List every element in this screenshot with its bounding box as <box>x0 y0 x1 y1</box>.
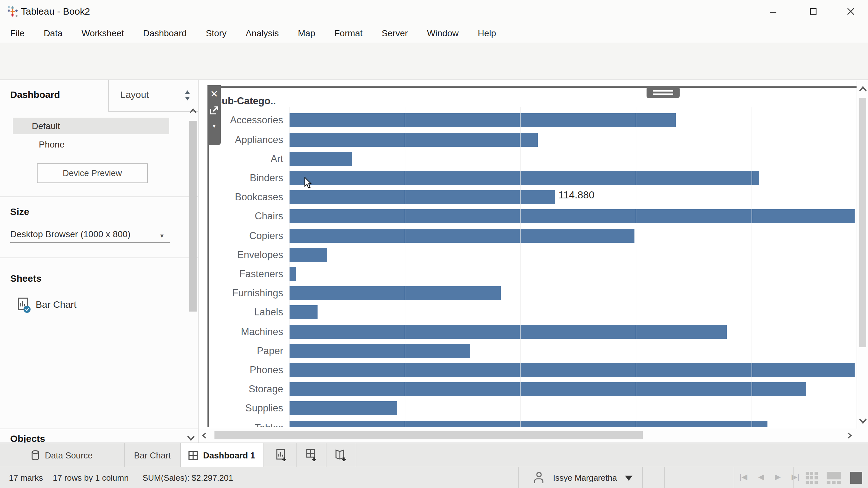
aggregate-value: SUM(Sales): $2.297.201 <box>143 473 233 483</box>
axis-line <box>289 107 289 427</box>
new-dashboard-tab-button[interactable] <box>297 443 327 467</box>
panel-scroll-up-icon[interactable] <box>190 108 197 114</box>
bar-mark[interactable] <box>289 325 726 338</box>
category-label[interactable]: Fasteners <box>210 264 283 284</box>
panel-scrollbar-thumb[interactable] <box>189 121 197 312</box>
bar-mark[interactable] <box>289 171 759 185</box>
category-label[interactable]: Binders <box>210 168 283 188</box>
category-label[interactable]: Chairs <box>210 207 283 226</box>
size-selector-caret-icon[interactable]: ▼ <box>159 233 165 239</box>
grid-view-icon[interactable] <box>806 472 818 484</box>
menu-map[interactable]: Map <box>298 28 315 38</box>
tab-data-source-label: Data Source <box>45 451 93 460</box>
category-label[interactable]: Machines <box>210 322 283 341</box>
menu-story[interactable]: Story <box>206 28 226 38</box>
bar-mark[interactable] <box>289 363 855 377</box>
category-label[interactable]: Bookcases <box>210 188 283 207</box>
dashboard-horizontal-scrollbar[interactable] <box>198 428 868 443</box>
tab-layout[interactable]: Layout <box>108 80 198 112</box>
user-menu-caret-icon[interactable] <box>625 476 632 481</box>
category-label[interactable]: Art <box>210 150 283 168</box>
horizontal-scrollbar-thumb[interactable] <box>214 431 643 440</box>
sheet-used-check-icon <box>24 306 31 313</box>
bar-mark[interactable] <box>289 152 351 166</box>
collapse-expand-icon[interactable] <box>184 90 191 100</box>
object-drag-handle[interactable] <box>647 87 680 98</box>
go-to-sheet-icon[interactable] <box>210 106 218 115</box>
category-label[interactable]: Furnishings <box>210 284 283 303</box>
gridline <box>404 107 405 427</box>
bar-mark[interactable] <box>289 133 538 147</box>
scroll-down-icon[interactable] <box>859 418 867 424</box>
bar-mark[interactable] <box>289 190 555 204</box>
scroll-up-icon[interactable] <box>859 86 867 92</box>
filmstrip-view-icon[interactable] <box>827 472 841 484</box>
menu-worksheet[interactable]: Worksheet <box>82 28 124 38</box>
scroll-right-icon[interactable] <box>847 432 852 440</box>
menu-file[interactable]: File <box>10 28 25 38</box>
device-item-phone[interactable]: Phone <box>13 136 169 153</box>
menu-server[interactable]: Server <box>381 28 408 38</box>
size-selector[interactable]: Desktop Browser (1000 x 800) <box>10 229 130 239</box>
device-preview-button[interactable]: Device Preview <box>37 163 148 183</box>
scroll-left-icon[interactable] <box>202 432 207 440</box>
bar-mark[interactable] <box>289 401 397 416</box>
nav-previous-icon: ◀ <box>758 473 764 481</box>
category-label[interactable]: Appliances <box>210 130 283 149</box>
user-name[interactable]: Issye Margaretha <box>553 473 617 483</box>
gridline <box>520 107 521 427</box>
bar-mark[interactable] <box>289 287 501 300</box>
device-item-default-label: Default <box>13 121 60 131</box>
new-story-tab-button[interactable] <box>327 443 356 467</box>
minimize-button[interactable] <box>758 0 788 23</box>
category-label[interactable]: Storage <box>210 380 283 399</box>
category-label[interactable]: Envelopes <box>210 246 283 264</box>
bar-mark[interactable] <box>289 305 318 320</box>
bar-mark[interactable] <box>289 229 635 242</box>
menu-dashboard[interactable]: Dashboard <box>143 28 187 38</box>
device-item-default[interactable]: Default <box>13 118 169 134</box>
sheet-list-item-bar-chart[interactable]: Bar Chart <box>18 298 76 310</box>
single-view-icon[interactable] <box>850 472 862 484</box>
category-label[interactable]: Tables <box>210 418 283 427</box>
maximize-button[interactable] <box>799 0 828 23</box>
category-label[interactable]: Labels <box>210 303 283 322</box>
bar-mark[interactable] <box>289 209 855 224</box>
category-label[interactable]: Accessories <box>210 111 283 130</box>
category-label[interactable]: Supplies <box>210 399 283 418</box>
dashboard-vertical-scrollbar[interactable] <box>857 82 868 428</box>
remove-object-icon[interactable]: ✕ <box>210 89 218 99</box>
menu-window[interactable]: Window <box>427 28 459 38</box>
menu-bar: File Data Worksheet Dashboard Story Anal… <box>0 23 868 42</box>
object-menu-icon[interactable]: ▼ <box>212 123 217 129</box>
tab-dashboard-1[interactable]: Dashboard 1 <box>181 443 264 467</box>
category-label[interactable]: Paper <box>210 341 283 360</box>
tab-dashboard[interactable]: Dashboard <box>10 89 60 100</box>
bar-mark[interactable] <box>289 344 470 358</box>
tab-bar-chart[interactable]: Bar Chart <box>125 443 181 467</box>
bar-mark[interactable] <box>289 267 296 281</box>
bar-mark[interactable] <box>289 113 676 128</box>
bar-mark[interactable] <box>289 421 768 427</box>
chart-row: Storage <box>210 380 855 399</box>
category-label[interactable]: Phones <box>210 360 283 380</box>
object-toolbar: ✕ ▼ <box>208 85 221 145</box>
status-separator <box>518 467 519 488</box>
bar-mark[interactable] <box>289 383 807 396</box>
chart-row: Envelopes <box>210 246 855 264</box>
new-worksheet-tab-button[interactable] <box>267 443 297 467</box>
tab-dashboard-1-label: Dashboard 1 <box>203 451 255 460</box>
objects-collapse-icon[interactable] <box>187 435 195 441</box>
tab-data-source[interactable]: Data Source <box>0 443 125 467</box>
vertical-scrollbar-thumb[interactable] <box>859 98 866 347</box>
menu-format[interactable]: Format <box>334 28 363 38</box>
panel-scrollbar[interactable] <box>188 107 198 426</box>
user-icon <box>533 472 544 484</box>
category-label[interactable]: Copiers <box>210 226 283 245</box>
menu-data[interactable]: Data <box>43 28 62 38</box>
menu-analysis[interactable]: Analysis <box>246 28 279 38</box>
close-button[interactable] <box>836 0 865 23</box>
bar-mark[interactable] <box>289 248 327 262</box>
menu-help[interactable]: Help <box>478 28 496 38</box>
dashboard-grid-icon <box>188 451 198 460</box>
